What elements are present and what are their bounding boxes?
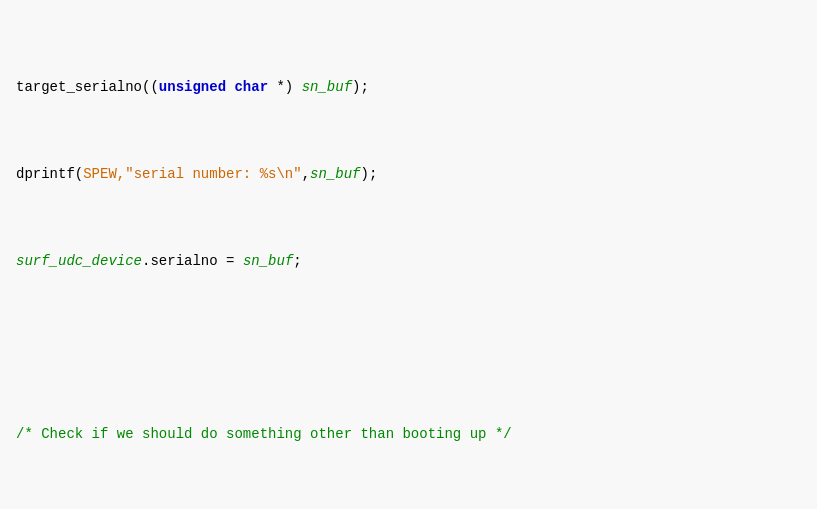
code-line-blank1 bbox=[16, 337, 801, 359]
code-line-3: surf_udc_device.serialno = sn_buf; bbox=[16, 251, 801, 273]
code-editor: target_serialno((unsigned char *) sn_buf… bbox=[0, 0, 817, 509]
code-line-2: dprintf(SPEW,"serial number: %s\n",sn_bu… bbox=[16, 164, 801, 186]
code-line-1: target_serialno((unsigned char *) sn_buf… bbox=[16, 77, 801, 99]
code-line-5: /* Check if we should do something other… bbox=[16, 424, 801, 446]
